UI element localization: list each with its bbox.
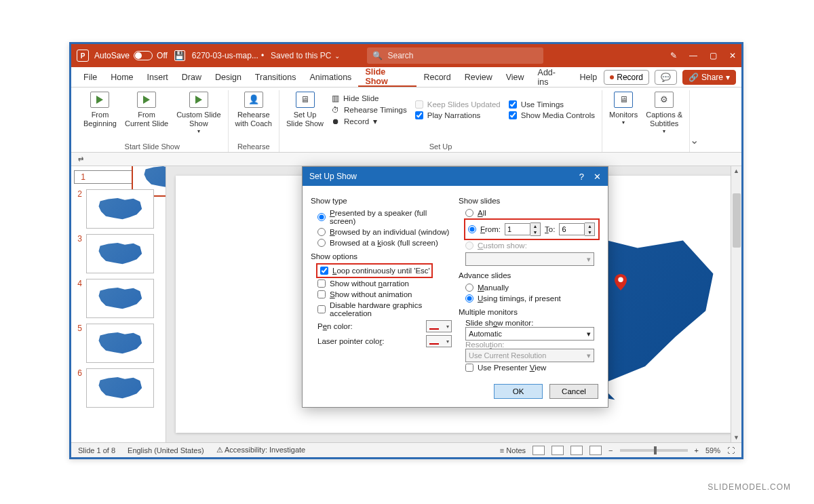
pen-color-button[interactable] <box>426 320 452 332</box>
tab-file[interactable]: File <box>77 67 104 87</box>
minimize-icon[interactable]: — <box>689 51 697 60</box>
radio-from-to[interactable] <box>468 225 476 233</box>
fit-to-window-icon[interactable]: ⛶ <box>727 446 735 454</box>
slide-sorter-view-icon[interactable] <box>551 446 564 455</box>
tab-help[interactable]: Help <box>573 67 604 87</box>
thumbnail-5[interactable]: 5 <box>74 324 163 363</box>
pen-icon[interactable]: ✎ <box>670 51 677 60</box>
tab-addins[interactable]: Add-ins <box>531 67 573 87</box>
group-label-setup: Set Up <box>286 141 595 151</box>
zoom-level[interactable]: 59% <box>705 446 720 454</box>
tab-slide-show[interactable]: Slide Show <box>358 67 416 87</box>
checkbox-disable-hardware[interactable]: Disable hardware graphics acceleration <box>311 300 452 319</box>
monitors-button[interactable]: 🖥Monitors▾ <box>609 92 638 135</box>
tab-view[interactable]: View <box>499 67 531 87</box>
custom-slide-show-button[interactable]: Custom Slide Show▾ <box>176 92 220 135</box>
radio-presented-speaker[interactable]: Presented by a speaker (full screen) <box>311 208 452 227</box>
slide-canvas-area: ▲ ▼ Set Up Show ? ✕ Show type Presented … <box>166 166 741 442</box>
radio-all-slides[interactable]: All <box>459 208 600 218</box>
keep-slides-updated-checkbox[interactable]: Keep Slides Updated <box>415 100 501 109</box>
reading-view-icon[interactable] <box>570 446 583 455</box>
from-spinner[interactable]: ▲▼ <box>505 222 541 236</box>
thumbnail-4[interactable]: 4 <box>74 279 163 318</box>
tab-review[interactable]: Review <box>458 67 499 87</box>
zoom-in-icon[interactable]: + <box>695 446 699 454</box>
radio-manually[interactable]: Manually <box>459 282 600 293</box>
dialog-help-icon[interactable]: ? <box>579 172 584 182</box>
hide-slide-button[interactable]: ▥ Hide Slide <box>332 94 407 103</box>
captions-subtitles-button[interactable]: ⚙Captions & Subtitles▾ <box>646 92 682 135</box>
map-pin-icon <box>615 274 627 290</box>
slideshow-view-icon[interactable] <box>589 446 602 455</box>
checkbox-without-animation[interactable]: Show without animation <box>311 289 452 300</box>
tab-record[interactable]: Record <box>416 67 457 87</box>
scroll-up-icon[interactable]: ▲ <box>733 168 739 174</box>
cancel-button[interactable]: Cancel <box>549 384 598 399</box>
collapse-ribbon-icon[interactable]: ⌄ <box>690 90 699 152</box>
show-type-label: Show type <box>311 197 452 205</box>
record-button[interactable]: Record <box>604 70 649 85</box>
from-current-slide-button[interactable]: From Current Slide <box>125 92 168 135</box>
radio-browsed-individual[interactable]: Browsed by an individual (window) <box>311 227 452 237</box>
laser-color-button[interactable] <box>426 335 452 347</box>
radio-custom-show: Custom show: <box>459 240 600 251</box>
record-dropdown[interactable]: ⏺ Record ▾ <box>332 117 407 126</box>
checkbox-loop-continuously[interactable]: Loop continuously until 'Esc' <box>319 265 430 276</box>
normal-view-icon[interactable] <box>532 446 545 455</box>
qat-overflow-icon[interactable]: ⇄ <box>78 155 83 163</box>
zoom-slider[interactable] <box>620 449 688 452</box>
ok-button[interactable]: OK <box>494 384 543 399</box>
scrollbar-thumb[interactable] <box>733 193 741 248</box>
rehearse-with-coach-button[interactable]: 👤Rehearse with Coach <box>235 92 272 128</box>
use-timings-checkbox[interactable]: Use Timings <box>509 100 595 109</box>
tab-transitions[interactable]: Transitions <box>248 67 303 87</box>
tab-design[interactable]: Design <box>208 67 248 87</box>
close-icon[interactable]: ✕ <box>729 51 736 60</box>
thumbnail-3[interactable]: 3 <box>74 234 163 273</box>
from-beginning-button[interactable]: From Beginning <box>83 92 117 135</box>
radio-using-timings[interactable]: Using timings, if present <box>459 293 600 304</box>
slide-counter[interactable]: Slide 1 of 8 <box>78 446 115 454</box>
search-box[interactable]: 🔍 <box>367 47 543 64</box>
dialog-titlebar[interactable]: Set Up Show ? ✕ <box>303 167 608 186</box>
thumbnail-2[interactable]: 2 <box>74 189 163 229</box>
from-label: From: <box>480 225 501 233</box>
rehearse-timings-button[interactable]: ⏱ Rehearse Timings <box>332 106 407 114</box>
show-options-label: Show options <box>311 252 452 260</box>
show-slides-label: Show slides <box>459 197 600 205</box>
comments-button[interactable]: 💬 <box>655 70 677 85</box>
scroll-down-icon[interactable]: ▼ <box>733 434 739 441</box>
set-up-slide-show-button[interactable]: 🖥Set Up Slide Show <box>286 92 324 128</box>
notes-button[interactable]: ≡ Notes <box>500 446 526 454</box>
checkbox-without-narration[interactable]: Show without narration <box>311 278 452 289</box>
custom-show-select: ▾ <box>465 252 594 266</box>
show-media-controls-checkbox[interactable]: Show Media Controls <box>509 111 595 119</box>
watermark: SLIDEMODEL.COM <box>708 482 791 492</box>
accessibility-label[interactable]: ⚠ Accessibility: Investigate <box>216 446 306 454</box>
dialog-close-icon[interactable]: ✕ <box>594 172 601 182</box>
toggle-pill-icon <box>134 51 153 60</box>
saved-status[interactable]: Saved to this PC <box>271 51 339 60</box>
search-input[interactable] <box>388 51 538 60</box>
play-narrations-checkbox[interactable]: Play Narrations <box>415 111 501 119</box>
tab-draw[interactable]: Draw <box>175 67 208 87</box>
share-button[interactable]: 🔗 Share ▾ <box>682 70 736 85</box>
autosave-state: Off <box>157 51 168 60</box>
titlebar: P AutoSave Off 💾 6270-03-us-map... • Sav… <box>71 44 741 67</box>
thumbnail-6[interactable]: 6 <box>74 368 163 408</box>
vertical-scrollbar[interactable]: ▲ ▼ <box>731 166 741 442</box>
slide-thumbnail-pane[interactable]: 1 2 3 4 5 6 <box>71 166 166 442</box>
radio-browsed-kiosk[interactable]: Browsed at a kiosk (full screen) <box>311 237 452 248</box>
checkbox-presenter-view[interactable]: Use Presenter View <box>465 362 600 373</box>
tab-animations[interactable]: Animations <box>303 67 359 87</box>
language-label[interactable]: English (United States) <box>128 446 204 454</box>
tab-insert[interactable]: Insert <box>140 67 175 87</box>
zoom-out-icon[interactable]: − <box>608 446 613 454</box>
autosave-toggle[interactable]: AutoSave Off <box>94 51 168 60</box>
thumbnail-1[interactable]: 1 <box>74 170 166 184</box>
maximize-icon[interactable]: ▢ <box>710 51 717 60</box>
to-spinner[interactable]: ▲▼ <box>559 222 595 236</box>
tab-home[interactable]: Home <box>104 67 140 87</box>
save-icon[interactable]: 💾 <box>174 50 185 61</box>
slide-monitor-select[interactable]: Automatic▾ <box>465 327 594 341</box>
